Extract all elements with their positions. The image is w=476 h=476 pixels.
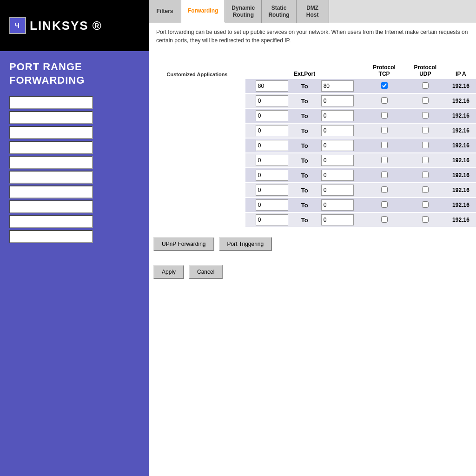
to-port-input-7[interactable] bbox=[321, 170, 354, 181]
to-port-input-9[interactable] bbox=[321, 199, 354, 211]
to-port-input-3[interactable] bbox=[321, 110, 354, 121]
udp-checkbox-7[interactable] bbox=[422, 172, 429, 178]
app-input-9[interactable] bbox=[9, 215, 93, 228]
from-port-cell-2 bbox=[245, 93, 298, 108]
from-port-cell-8 bbox=[245, 183, 298, 198]
app-input-8[interactable] bbox=[9, 200, 93, 213]
app-input-10[interactable] bbox=[9, 230, 93, 243]
tab-dmz-host[interactable]: DMZHost bbox=[297, 0, 329, 23]
app-cell-7 bbox=[149, 168, 245, 183]
tcp-checkbox-2[interactable] bbox=[381, 97, 388, 104]
table-row: To192.16 bbox=[149, 153, 476, 168]
ip-cell-4: 192.16 bbox=[446, 123, 476, 138]
nav-tabs: Filters Forwarding DynamicRouting Static… bbox=[149, 0, 476, 23]
tcp-checkbox-3[interactable] bbox=[381, 112, 388, 119]
app-input-4[interactable] bbox=[9, 141, 93, 154]
app-input-5[interactable] bbox=[9, 156, 93, 169]
tcp-cell-8 bbox=[364, 183, 404, 198]
description-area: Port forwarding can be used to set up pu… bbox=[149, 23, 476, 51]
tcp-checkbox-9[interactable] bbox=[381, 201, 388, 208]
apply-button[interactable]: Apply bbox=[153, 265, 184, 279]
tab-filters[interactable]: Filters bbox=[149, 0, 181, 23]
app-input-2[interactable] bbox=[9, 111, 93, 124]
to-port-input-1[interactable] bbox=[321, 80, 354, 92]
udp-cell-6 bbox=[405, 153, 446, 168]
to-label-9: To bbox=[298, 198, 311, 212]
to-port-input-5[interactable] bbox=[321, 140, 354, 151]
app-input-7[interactable] bbox=[9, 185, 93, 198]
tcp-cell-1 bbox=[364, 79, 404, 93]
tcp-checkbox-5[interactable] bbox=[381, 142, 388, 148]
from-port-cell-10 bbox=[245, 212, 298, 227]
to-port-cell-6 bbox=[311, 153, 364, 168]
logo-text: LINKSYS bbox=[30, 19, 89, 33]
tcp-checkbox-4[interactable] bbox=[381, 127, 388, 133]
to-port-cell-10 bbox=[311, 212, 364, 227]
from-port-input-9[interactable] bbox=[256, 199, 288, 211]
ip-cell-1: 192.16 bbox=[446, 79, 476, 93]
from-port-input-8[interactable] bbox=[256, 185, 288, 196]
from-port-input-2[interactable] bbox=[256, 95, 288, 106]
app-cell-8 bbox=[149, 183, 245, 198]
tcp-checkbox-6[interactable] bbox=[381, 157, 388, 163]
tab-dynamic-routing[interactable]: DynamicRouting bbox=[225, 0, 262, 23]
to-port-input-2[interactable] bbox=[321, 95, 354, 106]
to-label-3: To bbox=[298, 108, 311, 123]
udp-cell-10 bbox=[405, 212, 446, 227]
from-port-input-5[interactable] bbox=[256, 140, 288, 151]
from-port-input-3[interactable] bbox=[256, 110, 288, 121]
app-cell-4 bbox=[149, 123, 245, 138]
action-buttons: Apply Cancel bbox=[149, 260, 476, 288]
tcp-checkbox-8[interactable] bbox=[381, 186, 388, 193]
from-port-cell-1 bbox=[245, 79, 298, 93]
port-triggering-button[interactable]: Port Triggering bbox=[219, 237, 272, 251]
udp-checkbox-9[interactable] bbox=[422, 201, 429, 208]
udp-checkbox-10[interactable] bbox=[422, 216, 429, 223]
udp-checkbox-4[interactable] bbox=[422, 127, 429, 133]
to-port-input-6[interactable] bbox=[321, 155, 354, 166]
from-port-input-4[interactable] bbox=[256, 125, 288, 136]
to-port-input-8[interactable] bbox=[321, 185, 354, 196]
description-text: Port forwarding can be used to set up pu… bbox=[156, 29, 468, 44]
app-input-6[interactable] bbox=[9, 171, 93, 184]
table-row: To192.16 bbox=[149, 138, 476, 153]
tcp-checkbox-1[interactable] bbox=[381, 82, 388, 89]
tab-static-routing[interactable]: StaticRouting bbox=[262, 0, 296, 23]
tab-forwarding[interactable]: Forwarding bbox=[181, 0, 225, 23]
udp-cell-9 bbox=[405, 198, 446, 212]
app-cell-10 bbox=[149, 212, 245, 227]
app-cell-1 bbox=[149, 79, 245, 93]
udp-checkbox-6[interactable] bbox=[422, 157, 429, 163]
udp-checkbox-1[interactable] bbox=[422, 82, 429, 89]
app-input-3[interactable] bbox=[9, 126, 93, 139]
table-row: To192.16 bbox=[149, 168, 476, 183]
tcp-checkbox-7[interactable] bbox=[381, 172, 388, 178]
app-input-1[interactable] bbox=[9, 96, 93, 109]
ip-cell-5: 192.16 bbox=[446, 138, 476, 153]
udp-checkbox-8[interactable] bbox=[422, 186, 429, 193]
bottom-buttons: UPnP Forwarding Port Triggering bbox=[149, 228, 476, 260]
upnp-forwarding-button[interactable]: UPnP Forwarding bbox=[153, 237, 214, 251]
to-port-input-4[interactable] bbox=[321, 125, 354, 136]
to-label-6: To bbox=[298, 153, 311, 168]
udp-checkbox-3[interactable] bbox=[422, 112, 429, 119]
to-port-input-10[interactable] bbox=[321, 214, 354, 225]
nav-area: Filters Forwarding DynamicRouting Static… bbox=[149, 0, 476, 51]
from-port-input-1[interactable] bbox=[256, 80, 288, 92]
from-port-input-6[interactable] bbox=[256, 155, 288, 166]
ip-cell-10: 192.16 bbox=[446, 212, 476, 227]
from-port-input-7[interactable] bbox=[256, 170, 288, 181]
from-port-input-10[interactable] bbox=[256, 214, 288, 225]
udp-checkbox-2[interactable] bbox=[422, 97, 429, 104]
ip-cell-7: 192.16 bbox=[446, 168, 476, 183]
table-row: To192.16 bbox=[149, 212, 476, 227]
header: Ч LINKSYS® Filters Forwarding DynamicRou… bbox=[0, 0, 476, 51]
to-label-5: To bbox=[298, 138, 311, 153]
udp-cell-2 bbox=[405, 93, 446, 108]
cancel-button[interactable]: Cancel bbox=[189, 265, 223, 279]
tcp-cell-7 bbox=[364, 168, 404, 183]
tcp-checkbox-10[interactable] bbox=[381, 216, 388, 223]
col-header-ext-port: Ext.Port bbox=[245, 56, 364, 79]
table-body: To192.16To192.16To192.16To192.16To192.16… bbox=[149, 79, 476, 227]
udp-checkbox-5[interactable] bbox=[422, 142, 429, 148]
